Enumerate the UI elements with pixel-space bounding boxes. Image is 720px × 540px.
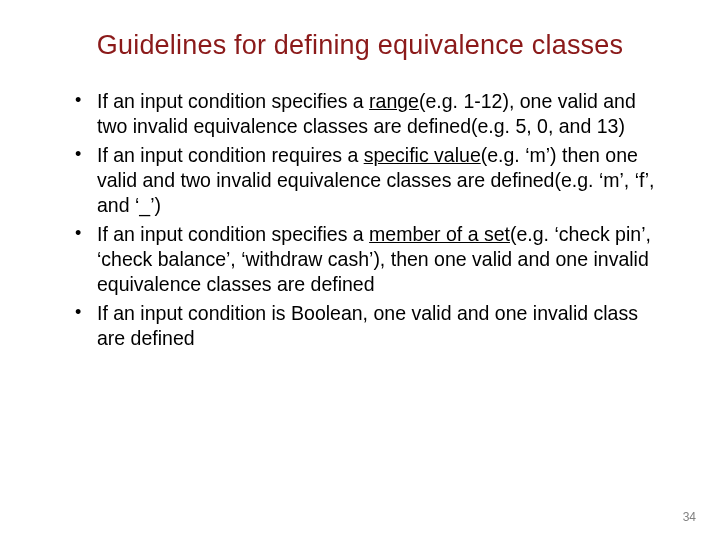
list-item: If an input condition is Boolean, one va… xyxy=(75,301,665,351)
list-item: If an input condition specifies a range(… xyxy=(75,89,665,139)
bullet-text-pre: If an input condition specifies a xyxy=(97,223,369,245)
underlined-term: member of a set xyxy=(369,223,510,245)
page-number: 34 xyxy=(683,510,696,524)
bullet-list: If an input condition specifies a range(… xyxy=(45,89,675,351)
list-item: If an input condition requires a specifi… xyxy=(75,143,665,218)
underlined-term: range xyxy=(369,90,419,112)
slide-title: Guidelines for defining equivalence clas… xyxy=(45,30,675,61)
bullet-text-pre: If an input condition specifies a xyxy=(97,90,369,112)
slide: Guidelines for defining equivalence clas… xyxy=(0,0,720,540)
bullet-text-pre: If an input condition is Boolean, one va… xyxy=(97,302,638,349)
bullet-text-pre: If an input condition requires a xyxy=(97,144,364,166)
list-item: If an input condition specifies a member… xyxy=(75,222,665,297)
underlined-term: specific value xyxy=(364,144,481,166)
